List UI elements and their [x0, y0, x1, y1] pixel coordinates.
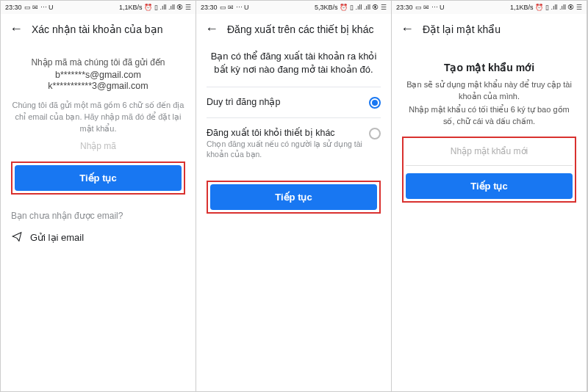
option-stay-logged-in[interactable]: Duy trì đăng nhập: [207, 87, 381, 117]
header: ← Đặt lại mật khẩu: [392, 14, 587, 44]
code-input[interactable]: Nhập mã: [11, 135, 185, 159]
intro-text: Bạn có thể đăng xuất tài khoản ra khỏi b…: [207, 44, 381, 87]
continue-button[interactable]: Tiếp tục: [406, 173, 573, 199]
email-line-1: b*******s@gmail.com: [11, 70, 185, 80]
back-arrow-icon[interactable]: ←: [205, 21, 218, 37]
option-subtitle: Chọn đăng xuất nếu có người lạ sử dụng t…: [207, 139, 363, 159]
sub-text-1: Bạn sẽ sử dụng mật khẩu này để truy cập …: [402, 79, 576, 103]
status-speed: 1,1KB/s: [510, 4, 534, 11]
status-time: 23:30: [201, 4, 218, 11]
email-line-2: k***********3@gmail.com: [11, 81, 185, 91]
radio-unselected-icon: [369, 128, 381, 139]
continue-button[interactable]: Tiếp tục: [15, 165, 182, 191]
header: ← Đăng xuất trên các thiết bị khác: [196, 14, 391, 44]
status-time: 23:30: [5, 4, 22, 11]
password-input[interactable]: Nhập mật khẩu mới: [406, 140, 573, 166]
status-time: 23:30: [396, 4, 413, 11]
radio-selected-icon: [369, 97, 381, 109]
screen-logout-devices: 23:30 ▭ ✉ ⋯ U 5,3KB/s ⏰ ▯ .ıll .ıll ⦿ ☰ …: [196, 1, 392, 391]
send-icon: [11, 231, 23, 244]
status-right-icons: ⏰ ▯ .ıll .ıll ⦿ ☰: [535, 4, 582, 11]
highlight-box: Nhập mật khẩu mới Tiếp tục: [402, 137, 576, 203]
no-email-text: Bạn chưa nhận được email?: [11, 211, 185, 221]
sub-text-2: Nhập mật khẩu có tối thiểu 6 ký tự bao g…: [402, 104, 576, 128]
back-arrow-icon[interactable]: ←: [10, 21, 23, 37]
resend-label: Gửi lại email: [30, 232, 84, 243]
page-title: Xác nhận tài khoản của bạn: [32, 23, 162, 35]
page-title: Đăng xuất trên các thiết bị khác: [227, 23, 373, 35]
screen-confirm-account: 23:30 ▭ ✉ ⋯ U 1,1KB/s ⏰ ▯ .ıll .ıll ⦿ ☰ …: [1, 1, 196, 391]
heading: Tạo mật khẩu mới: [402, 62, 576, 73]
status-left-icons: ▭ ✉ ⋯ U: [415, 4, 445, 11]
highlight-box: Tiếp tục: [207, 181, 381, 214]
page-title: Đặt lại mật khẩu: [423, 23, 501, 35]
status-speed: 1,1KB/s: [119, 4, 143, 11]
intro-text: Nhập mã mà chúng tôi đã gửi đến: [11, 56, 185, 69]
highlight-box: Tiếp tục: [11, 161, 185, 195]
resend-row[interactable]: Gửi lại email: [11, 231, 185, 244]
screen-reset-password: 23:30 ▭ ✉ ⋯ U 1,1KB/s ⏰ ▯ .ıll .ıll ⦿ ☰ …: [392, 1, 587, 391]
option-title: Đăng xuất tôi khỏi thiết bị khác: [207, 127, 363, 138]
status-left-icons: ▭ ✉ ⋯ U: [220, 4, 249, 11]
continue-button[interactable]: Tiếp tục: [210, 184, 377, 210]
status-bar: 23:30 ▭ ✉ ⋯ U 5,3KB/s ⏰ ▯ .ıll .ıll ⦿ ☰: [196, 1, 391, 14]
hint-text: Chúng tôi đã gửi một mã gồm 6 chữ số đến…: [11, 100, 185, 135]
option-title: Duy trì đăng nhập: [207, 96, 363, 107]
option-logout-others[interactable]: Đăng xuất tôi khỏi thiết bị khác Chọn đă…: [207, 117, 381, 168]
status-right-icons: ⏰ ▯ .ıll .ıll ⦿ ☰: [144, 4, 191, 11]
back-arrow-icon[interactable]: ←: [401, 21, 414, 37]
status-speed: 5,3KB/s: [315, 4, 338, 11]
status-bar: 23:30 ▭ ✉ ⋯ U 1,1KB/s ⏰ ▯ .ıll .ıll ⦿ ☰: [392, 1, 587, 14]
status-bar: 23:30 ▭ ✉ ⋯ U 1,1KB/s ⏰ ▯ .ıll .ıll ⦿ ☰: [1, 1, 196, 14]
header: ← Xác nhận tài khoản của bạn: [1, 14, 196, 44]
status-left-icons: ▭ ✉ ⋯ U: [24, 4, 54, 11]
status-right-icons: ⏰ ▯ .ıll .ıll ⦿ ☰: [340, 4, 387, 11]
